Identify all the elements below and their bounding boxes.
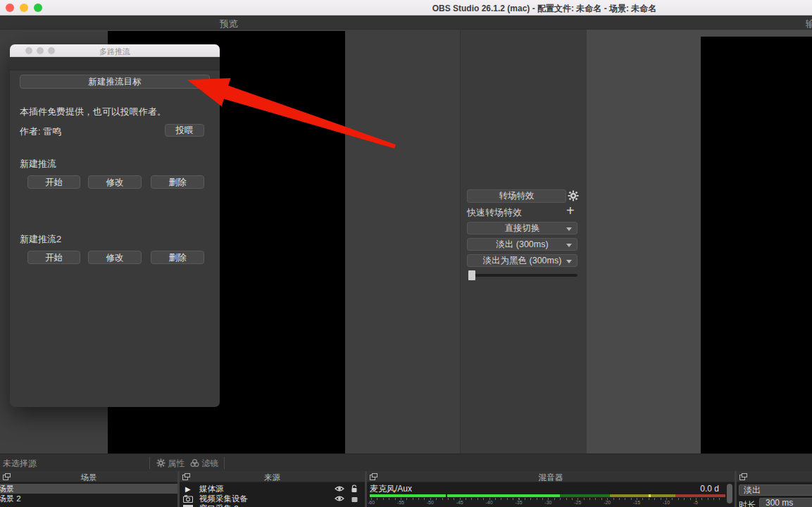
scene-item-selected[interactable]: 场景 [0,484,177,494]
tick-label: -10 [663,500,670,505]
scene-transitions-button[interactable]: 转场特效 [467,189,566,203]
stream1-edit-button[interactable]: 修改 [88,175,142,189]
lock-icon[interactable] [350,494,358,503]
scenes-dock-header[interactable]: 场景 [0,471,177,482]
meter-tick-labels: -60 -55 -50 -45 -40 -35 -30 -25 -20 -15 … [367,500,735,506]
duration-label: 时长 [739,499,756,507]
tick-label: -30 [544,500,551,505]
chevron-down-icon [566,227,572,231]
sources-dock: 来源 ▶ 媒体源 视频采集设备 窗口采集 2 [180,471,365,507]
stream2-delete-button[interactable]: 删除 [151,251,204,264]
source-row-camera[interactable]: 视频采集设备 [180,494,365,503]
filters-button[interactable]: 滤镜 [190,458,218,470]
stream2-start-button[interactable]: 开始 [27,251,80,264]
scene-1-label: 场景 [0,484,14,493]
volume-meter [370,494,725,497]
stream1-name: 新建推流 [20,158,56,170]
quick-transition-fade[interactable]: 淡出 (300ms) [467,238,577,251]
media-source-icon: ▶ [185,484,191,494]
dialog-zoom-icon[interactable] [48,47,55,54]
filters-label: 滤镜 [201,458,218,468]
minimize-window-icon[interactable] [20,4,28,12]
dialog-titlebar[interactable]: 多路推流 [10,44,220,57]
tick-label: -25 [574,500,581,505]
author-label: 作者: 雷鸣 [20,125,61,138]
macos-titlebar: OBS Studio 26.1.2 (mac) - 配置文件: 未命名 - 场景… [0,0,812,15]
transition-select-dropdown[interactable]: 淡出 [739,484,812,496]
properties-button[interactable]: 属性 [156,458,185,470]
no-source-selected-label: 未选择源 [3,458,37,470]
source-toolbar: 未选择源 属性 滤镜 [0,453,812,471]
stream1-delete-button[interactable]: 删除 [151,175,204,189]
close-window-icon[interactable] [6,4,14,12]
dialog-close-icon[interactable] [25,47,32,54]
scene-item[interactable]: 场景 2 [0,494,177,503]
meter-peak-indicator [649,494,651,497]
window-title: OBS Studio 26.1.2 (mac) - 配置文件: 未命名 - 场景… [432,3,657,15]
meter-dim-green-segment [560,494,610,497]
video-capture-label: 视频采集设备 [199,494,248,503]
toolbar-divider [224,457,225,469]
lock-icon[interactable] [350,484,358,493]
meter-level-segment [447,494,560,497]
duration-spinbox[interactable]: 300 ms [759,498,812,507]
sources-dock-header[interactable]: 来源 [180,471,365,482]
zoom-window-icon[interactable] [34,4,42,12]
dialog-title: 多路推流 [99,46,130,57]
quick-transition-cut[interactable]: 直接切换 [467,222,577,234]
new-stream-target-button[interactable]: 新建推流目标 [20,75,210,89]
duration-value: 300 ms [766,498,793,507]
tick-label: -35 [515,500,522,505]
transition-settings-gear-icon[interactable] [568,190,579,201]
tick-label: -20 [604,500,611,505]
visibility-eye-icon[interactable] [335,484,344,493]
tick-label: -5 [694,500,698,505]
window-capture-label: 窗口采集 2 [199,504,239,507]
stream1-start-button[interactable]: 开始 [27,175,80,189]
view-header-strip: 预览 输 [0,15,812,30]
tick-label: -55 [397,500,404,505]
sources-dock-title: 来源 [264,472,280,483]
add-quick-transition-icon[interactable]: + [566,203,575,219]
meter-level-segment [370,494,446,497]
popout-dock-icon[interactable] [739,473,747,480]
popout-dock-icon[interactable] [370,473,377,480]
transition-bar-track[interactable] [468,274,577,277]
tick-label: -40 [486,500,493,505]
mixer-dock-header[interactable]: 混音器 [367,471,735,482]
visibility-eye-icon[interactable] [335,494,344,503]
scenes-dock: 场景 场景 场景 2 [0,471,177,507]
mixer-channel-row: 麦克风/Aux 0.0 d [367,484,735,494]
mixer-dock: 混音器 麦克风/Aux 0.0 d -60 -55 -50 -45 -40 -3… [367,471,735,507]
dialog-minimize-icon[interactable] [37,47,44,54]
video-capture-icon [183,495,193,503]
mic-aux-label: 麦克风/Aux [370,484,412,494]
preview-label: 预览 [220,18,238,30]
quick-transition-fade-to-black[interactable]: 淡出为黑色 (300ms) [467,254,577,267]
donate-button[interactable]: 投喂 [165,124,204,137]
transition-bar-handle[interactable] [468,270,475,280]
toolbar-divider [149,457,150,469]
popout-dock-icon[interactable] [3,473,11,480]
quick-transition-cut-label: 直接切换 [505,223,540,233]
tick-label: -60 [368,500,375,505]
chevron-down-icon [566,244,572,247]
program-canvas[interactable] [701,37,812,453]
program-label-partial: 输 [806,18,812,30]
source-row-media[interactable]: ▶ 媒体源 [180,484,365,494]
dialog-toolstrip [10,57,220,70]
meter-dim-red-segment [675,494,725,497]
scene-2-label: 场景 2 [0,494,21,503]
properties-label: 属性 [168,458,185,468]
stream2-name: 新建推流2 [20,233,61,246]
mixer-db-value: 0.0 d [700,484,719,494]
stream2-edit-button[interactable]: 修改 [88,251,142,264]
mixer-scrollbar[interactable] [727,484,732,503]
transition-props-header[interactable] [737,471,812,482]
quick-transition-fade-label: 淡出 (300ms) [496,239,548,249]
quick-transition-fade-to-black-label: 淡出为黑色 (300ms) [483,256,562,265]
popout-dock-icon[interactable] [182,473,190,480]
chevron-down-icon [566,260,572,263]
transition-selected-label: 淡出 [744,485,761,495]
source-row-window[interactable]: 窗口采集 2 [180,503,365,507]
